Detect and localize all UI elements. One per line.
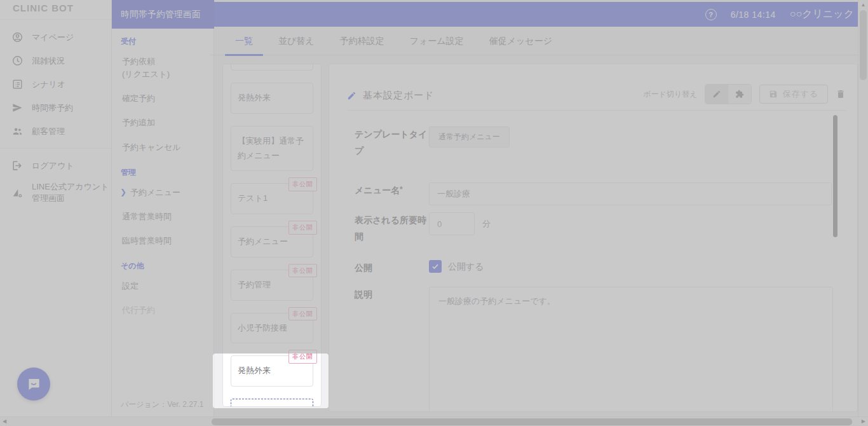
board-title: 基本設定ボード [363,90,435,102]
clinic-bot-app: CLINIC BOT マイページ 混雑状況 [0,0,868,426]
status-badge: 非公開 [288,350,317,364]
module-title: 時間帯予約管理画面 [121,9,201,20]
section-header-manage: 管理 [112,160,214,181]
tab-slot-settings[interactable]: 予約枠設定 [327,27,397,55]
save-icon [769,90,778,99]
app-logo: CLINIC BOT [0,0,111,20]
sidebar-item-congestion[interactable]: 混雑状況 [0,49,111,72]
module-item-proxy-booking[interactable]: 代行予約 [112,298,214,322]
board-view-toggle [705,84,752,104]
module-item-settings[interactable]: 設定 [112,274,214,298]
horizontal-scrollbar-thumb[interactable] [212,418,852,425]
board-divider [347,110,846,111]
duration-input[interactable]: 0 [429,212,475,235]
tab-reminder-message[interactable]: 催促メッセージ [477,27,565,55]
status-badge: 非公開 [288,221,317,235]
menu-name-input[interactable]: 一般診療 [429,182,832,205]
module-item-regular-hours[interactable]: 通常営業時間 [112,205,214,229]
sidebar-item-label: マイページ [32,32,74,43]
module-item-confirmed-booking[interactable]: 確定予約 [112,86,214,111]
publish-label: 公開 [355,260,429,277]
create-new-button[interactable]: + 新規作成 [231,399,313,407]
sidebar-item-customers[interactable]: 顧客管理 [0,120,111,143]
menu-card[interactable]: 非公開 テスト1 [231,183,313,214]
menu-card-label: 発熱外来 [238,366,271,375]
description-label: 説明 [355,287,429,412]
tab-form-settings[interactable]: フォーム設定 [397,27,477,55]
module-item-booking-request[interactable]: 予約依頼 (リクエスト) [112,50,214,86]
top-bar: ? 6/18 14:14 ○○クリニック [214,2,858,27]
module-item-add-booking[interactable]: 予約追加 [112,111,214,135]
menu-card[interactable]: 非公開 発熱外来 [231,355,313,387]
sidebar-item-timeslot-booking[interactable]: 時間帯予約 [0,96,111,120]
menu-card-label: テスト1 [238,193,268,203]
menu-list-panel: 発熱外来 【実験用】通常予約メニュー 非公開 テスト1 非公開 予約メニュー 非… [222,64,322,407]
chat-support-button[interactable] [17,368,50,401]
left-sidebar: CLINIC BOT マイページ 混雑状況 [0,0,112,416]
basic-settings-board: 基本設定ボード ボード切り替え 保存する [329,64,858,412]
menu-card[interactable]: 非公開 予約メニュー [231,226,313,258]
sidebar-item-label: ログアウト [32,160,74,172]
trash-icon [836,89,846,99]
help-icon[interactable]: ? [705,9,717,20]
people-icon [11,125,32,137]
account-name: ○○クリニック [790,8,854,21]
scroll-up-icon[interactable]: ▲ [858,2,868,8]
puzzle-icon [735,90,744,99]
menu-card[interactable]: 非公開 予約管理 [231,270,313,301]
board-controls: ボード切り替え 保存する [643,84,846,104]
module-item-booking-menu[interactable]: ❯ 予約メニュー [112,181,214,205]
module-item-label: 予約メニュー [130,186,180,199]
sidebar-item-scenario[interactable]: シナリオ [0,72,111,96]
duration-unit: 分 [482,212,491,245]
board-scrollbar-thumb[interactable] [833,115,837,237]
menu-name-label: メニュー名* [355,182,429,205]
menu-card-label: 小児予防接種 [238,323,287,333]
duration-row: 表示される所要時間 0 分 [355,212,491,245]
template-type-chip[interactable]: 通常予約メニュー [429,127,510,148]
sidebar-item-label: シナリオ [32,79,65,90]
publish-checkbox-label: 公開する [448,260,484,273]
delete-button[interactable] [836,89,846,99]
status-badge: 非公開 [288,177,317,191]
scroll-right-icon[interactable]: ▶ [862,418,865,424]
scenario-list-icon [11,78,32,90]
template-type-row: テンプレートタイプ 通常予約メニュー [355,127,510,160]
module-item-temporary-hours[interactable]: 臨時営業時間 [112,229,214,253]
vertical-scrollbar-thumb[interactable] [860,10,867,80]
publish-row: 公開 公開する [355,260,484,277]
horizontal-scrollbar[interactable]: ◀ ▶ [0,416,868,426]
menu-card[interactable]: 発熱外来 [231,83,313,114]
tab-reorder[interactable]: 並び替え [266,27,327,55]
sidebar-item-logout[interactable]: ログアウト [0,154,111,177]
sidebar-item-line-admin[interactable]: LINE公式アカウント 管理画面 [0,177,111,208]
menu-card[interactable]: 非公開 小児予防接種 [231,313,313,344]
status-badge: 非公開 [288,307,317,321]
section-header-other: その他 [112,253,214,274]
menu-card[interactable]: 【実験用】通常予約メニュー [231,126,313,172]
scroll-left-icon[interactable]: ◀ [3,418,6,424]
save-button[interactable]: 保存する [759,85,828,104]
edit-view-button[interactable] [705,85,728,104]
menu-card-clipped[interactable] [231,64,313,71]
sidebar-item-mypage[interactable]: マイページ [0,25,111,49]
board-title-row: 基本設定ボード [347,90,435,102]
tab-bar: 一覧 並び替え 予約枠設定 フォーム設定 催促メッセージ [210,27,858,55]
description-textarea[interactable]: 一般診療の予約メニューです。 [429,287,833,412]
save-button-label: 保存する [782,88,818,100]
board-switch-label: ボード切り替え [643,89,697,100]
publish-checkbox[interactable] [429,260,442,273]
tab-list[interactable]: 一覧 [222,27,266,55]
version-label: バージョン：Ver. 2.27.1 [121,399,204,410]
widget-view-button[interactable] [728,85,751,104]
section-header-reception: 受付 [112,29,214,50]
send-icon [11,102,32,114]
edit-pencil-icon[interactable] [347,91,356,100]
vertical-scrollbar[interactable]: ▲ [858,0,868,416]
logout-icon [11,160,32,172]
menu-card-label: 予約管理 [238,280,271,289]
chat-bubble-icon [25,376,42,392]
duration-label: 表示される所要時間 [355,212,429,245]
module-item-cancel-booking[interactable]: 予約キャンセル [112,135,214,160]
sidebar-divider [0,148,111,149]
